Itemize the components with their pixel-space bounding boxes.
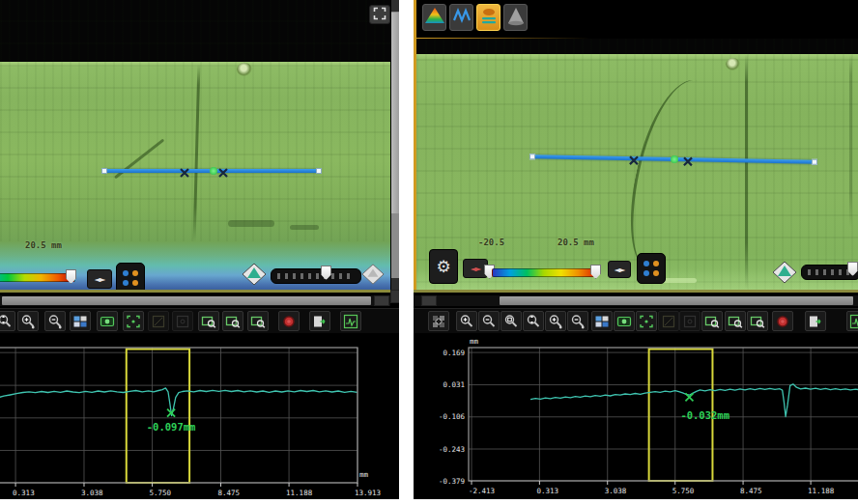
- tile-view-button[interactable]: [70, 311, 91, 331]
- highlight-region[interactable]: [127, 350, 189, 484]
- export-button[interactable]: [309, 311, 330, 331]
- tile-view-button[interactable]: [591, 311, 613, 331]
- zoom-pan-button[interactable]: [523, 311, 544, 331]
- region-zoom-2-button[interactable]: [222, 311, 243, 331]
- scale-expand-button[interactable]: ◄►: [608, 261, 631, 278]
- record-button[interactable]: [278, 311, 300, 331]
- x-tick-label: 5.750: [672, 487, 695, 495]
- zoom-out-small-icon: [47, 314, 63, 329]
- measure-a-button[interactable]: [658, 311, 679, 331]
- zoom-pan-icon: [526, 314, 541, 329]
- vertical-scrollbar[interactable]: [391, 0, 399, 290]
- profile-position-marker[interactable]: [772, 261, 797, 288]
- snapshot-button[interactable]: [614, 311, 635, 331]
- scale-expand-button[interactable]: ◄►: [87, 269, 112, 289]
- height-map-view-button[interactable]: [422, 4, 446, 31]
- right-image-viewer[interactable]: ⚙ ◄► -20.5 20.5 mm ◄►: [416, 39, 858, 290]
- surface-smudge: [290, 225, 319, 230]
- zoom-in-button[interactable]: [456, 311, 477, 331]
- display-options-button[interactable]: [637, 253, 666, 284]
- snapshot-button[interactable]: [97, 311, 118, 331]
- measure-center-point[interactable]: [210, 167, 217, 175]
- dual-view-workspace: 20.5 mm ◄►: [0, 0, 858, 504]
- scrollbar-thumb[interactable]: [391, 13, 399, 213]
- measure-endpoint[interactable]: [812, 159, 817, 165]
- scrollbar-down-button[interactable]: [391, 278, 399, 290]
- y-tick-label: -0.243: [439, 445, 465, 454]
- blue-dot-icon: [123, 270, 129, 276]
- color-scale-slider[interactable]: [0, 273, 75, 282]
- settings-button[interactable]: ⚙: [429, 249, 458, 284]
- orange-dot-icon: [653, 261, 659, 266]
- capture-box-button[interactable]: [123, 311, 144, 331]
- profile-wave-view-icon: [451, 5, 472, 30]
- measure-a-button[interactable]: [148, 311, 169, 331]
- fullscreen-icon: [372, 7, 387, 23]
- left-profile-chart: 0.3133.0385.7508.47511.18813.913mm-0.097…: [0, 333, 399, 499]
- profile-view-button[interactable]: [846, 311, 858, 331]
- record-button[interactable]: [772, 311, 793, 331]
- profile-position-marker[interactable]: [361, 263, 385, 290]
- measure-handle-icon[interactable]: [682, 154, 694, 165]
- measure-handle-icon[interactable]: [179, 165, 190, 177]
- color-scale-slider[interactable]: [492, 268, 596, 277]
- zoom-in-small-button[interactable]: [545, 311, 566, 331]
- y-tick-label: -0.379: [439, 477, 465, 486]
- region-zoom-1-icon: [704, 314, 720, 329]
- horizontal-scrollbar[interactable]: [414, 295, 858, 306]
- measure-endpoint[interactable]: [316, 168, 322, 174]
- measure-endpoint[interactable]: [101, 168, 107, 174]
- zoom-out-button[interactable]: [478, 311, 500, 331]
- display-options-button[interactable]: [116, 263, 145, 290]
- profile-view-button[interactable]: [340, 311, 361, 331]
- snapshot-icon: [100, 314, 115, 329]
- profile-position-marker[interactable]: [242, 263, 267, 290]
- section-position-slider[interactable]: [271, 268, 361, 284]
- x-tick-label: 0.313: [536, 487, 558, 495]
- scrollbar-end-button[interactable]: [374, 295, 389, 306]
- fullscreen-button[interactable]: [369, 5, 390, 24]
- zoom-in-small-button[interactable]: [17, 311, 39, 331]
- zoom-pan-button[interactable]: [0, 311, 15, 331]
- profile-chart-canvas: 0.3133.0385.7508.47511.18813.913mm-0.097…: [0, 333, 399, 499]
- measure-b-button[interactable]: [172, 311, 193, 331]
- chart-frame: [469, 348, 858, 481]
- zoom-out-small-icon: [570, 314, 586, 329]
- profile-trace: [0, 388, 358, 416]
- layer-view-button[interactable]: [476, 4, 500, 31]
- export-button[interactable]: [805, 311, 826, 331]
- measure-b-button[interactable]: [679, 311, 701, 331]
- horizontal-scrollbar[interactable]: [0, 295, 390, 306]
- chart-frame: [0, 348, 358, 483]
- scrollbar-thumb[interactable]: [500, 296, 853, 305]
- cone-view-button[interactable]: [503, 4, 528, 31]
- pan-tool-icon: [431, 314, 446, 329]
- measure-endpoint[interactable]: [529, 154, 535, 159]
- blue-dot-icon: [123, 280, 129, 286]
- record-icon: [775, 314, 790, 329]
- region-zoom-3-button[interactable]: [747, 311, 768, 331]
- measure-handle-icon[interactable]: [628, 153, 640, 164]
- surface-smudge: [228, 220, 274, 227]
- selected-panel-border: [414, 0, 416, 293]
- capture-box-button[interactable]: [636, 311, 657, 331]
- export-icon: [312, 314, 328, 329]
- measure-line[interactable]: [103, 169, 320, 173]
- zoom-fit-button[interactable]: [500, 311, 522, 331]
- zoom-out-small-button[interactable]: [567, 311, 588, 331]
- right-panel: ⚙ ◄► -20.5 20.5 mm ◄► -2.413: [414, 0, 858, 499]
- scrollbar-up-button[interactable]: [391, 0, 399, 12]
- scrollbar-end-button[interactable]: [421, 295, 437, 306]
- region-zoom-3-button[interactable]: [247, 311, 269, 331]
- region-zoom-1-button[interactable]: [198, 311, 219, 331]
- region-zoom-2-button[interactable]: [725, 311, 746, 331]
- pan-tool-button[interactable]: [428, 311, 449, 331]
- measure-handle-icon[interactable]: [217, 165, 229, 177]
- zoom-in-small-icon: [20, 314, 36, 329]
- profile-wave-view-button[interactable]: [449, 4, 473, 31]
- region-zoom-1-button[interactable]: [701, 311, 723, 331]
- left-image-viewer[interactable]: 20.5 mm ◄►: [0, 0, 390, 290]
- scrollbar-corner: [390, 290, 399, 303]
- scrollbar-thumb[interactable]: [2, 296, 371, 305]
- zoom-out-small-button[interactable]: [44, 311, 66, 331]
